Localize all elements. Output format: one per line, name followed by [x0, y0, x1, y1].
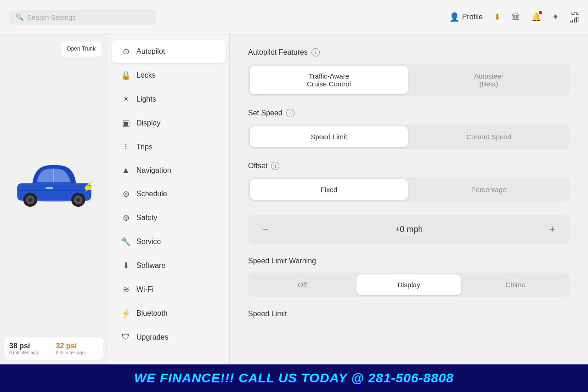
offset-section: Offset i Fixed Percentage − +0 mph +	[248, 162, 570, 244]
increase-speed-button[interactable]: +	[544, 221, 560, 238]
signal-bar-5	[577, 16, 579, 23]
signal-bar-3	[574, 18, 575, 23]
traffic-aware-button[interactable]: Traffic-AwareCruise Control	[250, 66, 408, 94]
service-label: Service	[136, 238, 161, 246]
signal-bar-1	[570, 21, 571, 23]
offset-title: Offset i	[248, 162, 570, 170]
header: 🔍 Search Settings 👤 Profile ⬇ 🏛 🔔 ✴ LTE	[0, 0, 588, 34]
profile-icon: 👤	[449, 12, 459, 22]
download-icon[interactable]: ⬇	[494, 12, 501, 22]
software-label: Software	[136, 261, 165, 270]
rear-tire: 32 psi 8 minutes ago	[56, 342, 99, 355]
sidebar-item-wifi[interactable]: ≋Wi-Fi	[112, 278, 226, 301]
service-icon: 🔧	[121, 237, 131, 247]
decrease-speed-button[interactable]: −	[257, 221, 274, 238]
signal-bars	[570, 16, 579, 23]
offset-toggle: Fixed Percentage	[248, 177, 570, 202]
autopilot-features-toggle: Traffic-AwareCruise Control Autosteer(Be…	[248, 64, 570, 96]
header-actions: 👤 Profile ⬇ 🏛 🔔 ✴ LTE	[449, 11, 579, 23]
safety-icon: ⊕	[121, 213, 131, 223]
signal-bar-2	[572, 20, 573, 23]
locks-label: Locks	[136, 71, 156, 80]
main-content: Open Trunk	[0, 34, 588, 364]
sidebar-item-service[interactable]: 🔧Service	[112, 230, 226, 253]
set-speed-toggle: Speed Limit Current Speed	[248, 125, 570, 149]
ad-text: WE FINANCE!!! CALL US TODAY @ 281-506-88…	[134, 371, 454, 386]
rear-tire-time: 8 minutes ago	[56, 350, 99, 355]
autopilot-icon: ⊙	[121, 46, 131, 57]
navigation-icon: ▲	[121, 165, 131, 175]
warning-display-button[interactable]: Display	[356, 274, 461, 295]
autopilot-features-title: Autopilot Features i	[248, 48, 570, 57]
main-screen: 🔍 Search Settings 👤 Profile ⬇ 🏛 🔔 ✴ LTE	[0, 0, 588, 364]
sidebar-item-trips[interactable]: ⫶Trips	[112, 136, 226, 158]
speed-value: +0 mph	[395, 225, 423, 234]
autosteer-button[interactable]: Autosteer(Beta)	[410, 66, 568, 94]
sidebar-item-display[interactable]: ▣Display	[112, 112, 226, 135]
bluetooth-label: Bluetooth	[136, 309, 168, 318]
current-speed-button[interactable]: Current Speed	[410, 126, 568, 147]
search-container[interactable]: 🔍 Search Settings	[9, 10, 156, 25]
car-image: ⚡	[0, 53, 108, 309]
front-tire-psi: 38 psi	[9, 342, 52, 350]
autopilot-features-section: Autopilot Features i Traffic-AwareCruise…	[248, 48, 570, 96]
sidebar-item-locks[interactable]: 🔒Locks	[112, 64, 226, 87]
speed-limit-warning-title: Speed Limit Warning	[248, 257, 570, 265]
percentage-button[interactable]: Percentage	[410, 179, 568, 200]
offset-info-icon[interactable]: i	[271, 162, 279, 170]
set-speed-title: Set Speed i	[248, 109, 570, 117]
rear-tire-psi: 32 psi	[56, 342, 99, 350]
sidebar-item-bluetooth[interactable]: ⚡Bluetooth	[112, 302, 226, 325]
lte-indicator: LTE	[570, 11, 579, 23]
set-speed-section: Set Speed i Speed Limit Current Speed	[248, 109, 570, 149]
tire-pressure-info: 38 psi 8 minutes ago 32 psi 8 minutes ag…	[5, 337, 103, 360]
warning-chime-button[interactable]: Chime	[463, 274, 568, 295]
svg-point-5	[28, 198, 33, 202]
sidebar: ⊙Autopilot🔒Locks☀Lights▣Display⫶Trips▲Na…	[108, 34, 230, 364]
profile-label: Profile	[462, 13, 483, 21]
bluetooth-icon: ⚡	[121, 308, 131, 318]
sidebar-item-upgrades[interactable]: 🛡Upgrades	[112, 326, 226, 348]
search-icon: 🔍	[16, 13, 23, 21]
speed-limit-button[interactable]: Speed Limit	[250, 126, 408, 147]
bluetooth-header-icon[interactable]: ✴	[552, 12, 559, 22]
sidebar-item-autopilot[interactable]: ⊙Autopilot	[112, 40, 226, 63]
locks-icon: 🔒	[121, 70, 131, 80]
speed-limit-warning-toggle: Off Display Chime	[248, 273, 570, 297]
search-input[interactable]: Search Settings	[27, 13, 76, 21]
left-panel: Open Trunk	[0, 34, 108, 364]
autopilot-features-info-icon[interactable]: i	[311, 48, 320, 57]
sidebar-item-schedule[interactable]: ⊚Schedule	[112, 182, 226, 205]
speed-limit-title: Speed Limit	[248, 310, 570, 318]
bell-icon[interactable]: 🔔	[531, 12, 541, 22]
schedule-label: Schedule	[136, 190, 167, 198]
sidebar-item-lights[interactable]: ☀Lights	[112, 88, 226, 111]
sidebar-item-safety[interactable]: ⊕Safety	[112, 206, 226, 229]
charging-icon: ⚡	[83, 181, 94, 192]
navigation-label: Navigation	[136, 166, 171, 175]
safety-label: Safety	[136, 214, 157, 222]
signal-bar-4	[576, 17, 577, 23]
upgrades-label: Upgrades	[136, 333, 168, 341]
svg-rect-10	[45, 187, 53, 189]
fixed-button[interactable]: Fixed	[250, 179, 408, 200]
ad-bar: WE FINANCE!!! CALL US TODAY @ 281-506-88…	[0, 364, 588, 392]
garage-icon[interactable]: 🏛	[512, 12, 520, 22]
speed-limit-warning-section: Speed Limit Warning Off Display Chime	[248, 257, 570, 297]
display-label: Display	[136, 119, 160, 127]
warning-off-button[interactable]: Off	[250, 274, 355, 295]
sidebar-item-navigation[interactable]: ▲Navigation	[112, 159, 226, 182]
schedule-icon: ⊚	[121, 189, 131, 199]
set-speed-info-icon[interactable]: i	[286, 109, 294, 117]
speed-control: − +0 mph +	[248, 215, 570, 244]
trips-label: Trips	[136, 143, 153, 151]
profile-button[interactable]: 👤 Profile	[449, 12, 483, 22]
upgrades-icon: 🛡	[121, 332, 131, 342]
speed-limit-section: Speed Limit	[248, 310, 570, 318]
front-tire: 38 psi 8 minutes ago	[9, 342, 52, 355]
sidebar-item-software[interactable]: ⬇Software	[112, 254, 226, 277]
autopilot-label: Autopilot	[136, 47, 165, 56]
display-icon: ▣	[121, 118, 131, 128]
wifi-label: Wi-Fi	[136, 285, 153, 294]
front-tire-time: 8 minutes ago	[9, 350, 52, 355]
